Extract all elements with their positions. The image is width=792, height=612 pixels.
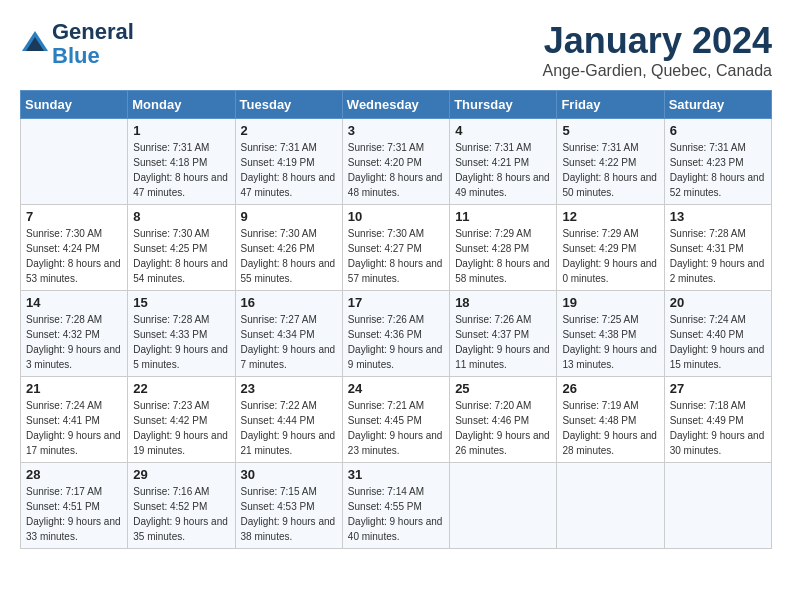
calendar-cell: 8Sunrise: 7:30 AMSunset: 4:25 PMDaylight… (128, 205, 235, 291)
calendar-cell (21, 119, 128, 205)
day-number: 14 (26, 295, 122, 310)
day-number: 6 (670, 123, 766, 138)
calendar-table: SundayMondayTuesdayWednesdayThursdayFrid… (20, 90, 772, 549)
header-cell-saturday: Saturday (664, 91, 771, 119)
calendar-cell: 9Sunrise: 7:30 AMSunset: 4:26 PMDaylight… (235, 205, 342, 291)
title-area: January 2024 Ange-Gardien, Quebec, Canad… (543, 20, 772, 80)
calendar-cell: 7Sunrise: 7:30 AMSunset: 4:24 PMDaylight… (21, 205, 128, 291)
cell-content: Sunrise: 7:20 AMSunset: 4:46 PMDaylight:… (455, 398, 551, 458)
day-number: 19 (562, 295, 658, 310)
calendar-cell: 29Sunrise: 7:16 AMSunset: 4:52 PMDayligh… (128, 463, 235, 549)
cell-content: Sunrise: 7:17 AMSunset: 4:51 PMDaylight:… (26, 484, 122, 544)
calendar-cell: 28Sunrise: 7:17 AMSunset: 4:51 PMDayligh… (21, 463, 128, 549)
calendar-body: 1Sunrise: 7:31 AMSunset: 4:18 PMDaylight… (21, 119, 772, 549)
cell-content: Sunrise: 7:30 AMSunset: 4:26 PMDaylight:… (241, 226, 337, 286)
header-cell-sunday: Sunday (21, 91, 128, 119)
calendar-cell: 18Sunrise: 7:26 AMSunset: 4:37 PMDayligh… (450, 291, 557, 377)
day-number: 28 (26, 467, 122, 482)
day-number: 30 (241, 467, 337, 482)
day-number: 31 (348, 467, 444, 482)
cell-content: Sunrise: 7:28 AMSunset: 4:33 PMDaylight:… (133, 312, 229, 372)
day-number: 26 (562, 381, 658, 396)
day-number: 9 (241, 209, 337, 224)
cell-content: Sunrise: 7:30 AMSunset: 4:24 PMDaylight:… (26, 226, 122, 286)
cell-content: Sunrise: 7:28 AMSunset: 4:31 PMDaylight:… (670, 226, 766, 286)
day-number: 16 (241, 295, 337, 310)
calendar-cell: 21Sunrise: 7:24 AMSunset: 4:41 PMDayligh… (21, 377, 128, 463)
cell-content: Sunrise: 7:23 AMSunset: 4:42 PMDaylight:… (133, 398, 229, 458)
calendar-cell: 15Sunrise: 7:28 AMSunset: 4:33 PMDayligh… (128, 291, 235, 377)
cell-content: Sunrise: 7:26 AMSunset: 4:37 PMDaylight:… (455, 312, 551, 372)
calendar-cell (450, 463, 557, 549)
logo-icon (20, 29, 50, 59)
cell-content: Sunrise: 7:28 AMSunset: 4:32 PMDaylight:… (26, 312, 122, 372)
calendar-cell: 23Sunrise: 7:22 AMSunset: 4:44 PMDayligh… (235, 377, 342, 463)
day-number: 17 (348, 295, 444, 310)
cell-content: Sunrise: 7:27 AMSunset: 4:34 PMDaylight:… (241, 312, 337, 372)
day-number: 11 (455, 209, 551, 224)
calendar-cell: 26Sunrise: 7:19 AMSunset: 4:48 PMDayligh… (557, 377, 664, 463)
header-cell-thursday: Thursday (450, 91, 557, 119)
day-number: 3 (348, 123, 444, 138)
calendar-cell: 13Sunrise: 7:28 AMSunset: 4:31 PMDayligh… (664, 205, 771, 291)
calendar-cell: 3Sunrise: 7:31 AMSunset: 4:20 PMDaylight… (342, 119, 449, 205)
header: GeneralBlue January 2024 Ange-Gardien, Q… (20, 20, 772, 80)
calendar-cell: 25Sunrise: 7:20 AMSunset: 4:46 PMDayligh… (450, 377, 557, 463)
calendar-cell: 19Sunrise: 7:25 AMSunset: 4:38 PMDayligh… (557, 291, 664, 377)
calendar-cell (557, 463, 664, 549)
calendar-cell: 20Sunrise: 7:24 AMSunset: 4:40 PMDayligh… (664, 291, 771, 377)
cell-content: Sunrise: 7:30 AMSunset: 4:25 PMDaylight:… (133, 226, 229, 286)
calendar-cell: 11Sunrise: 7:29 AMSunset: 4:28 PMDayligh… (450, 205, 557, 291)
day-number: 10 (348, 209, 444, 224)
calendar-cell: 5Sunrise: 7:31 AMSunset: 4:22 PMDaylight… (557, 119, 664, 205)
calendar-cell: 10Sunrise: 7:30 AMSunset: 4:27 PMDayligh… (342, 205, 449, 291)
calendar-cell: 14Sunrise: 7:28 AMSunset: 4:32 PMDayligh… (21, 291, 128, 377)
calendar-cell: 27Sunrise: 7:18 AMSunset: 4:49 PMDayligh… (664, 377, 771, 463)
calendar-header: SundayMondayTuesdayWednesdayThursdayFrid… (21, 91, 772, 119)
day-number: 24 (348, 381, 444, 396)
day-number: 25 (455, 381, 551, 396)
logo-text: GeneralBlue (52, 20, 134, 68)
cell-content: Sunrise: 7:31 AMSunset: 4:20 PMDaylight:… (348, 140, 444, 200)
day-number: 13 (670, 209, 766, 224)
location-title: Ange-Gardien, Quebec, Canada (543, 62, 772, 80)
day-number: 23 (241, 381, 337, 396)
header-cell-friday: Friday (557, 91, 664, 119)
cell-content: Sunrise: 7:21 AMSunset: 4:45 PMDaylight:… (348, 398, 444, 458)
logo: GeneralBlue (20, 20, 134, 68)
calendar-cell: 30Sunrise: 7:15 AMSunset: 4:53 PMDayligh… (235, 463, 342, 549)
cell-content: Sunrise: 7:29 AMSunset: 4:28 PMDaylight:… (455, 226, 551, 286)
month-title: January 2024 (543, 20, 772, 62)
calendar-cell: 4Sunrise: 7:31 AMSunset: 4:21 PMDaylight… (450, 119, 557, 205)
cell-content: Sunrise: 7:29 AMSunset: 4:29 PMDaylight:… (562, 226, 658, 286)
cell-content: Sunrise: 7:25 AMSunset: 4:38 PMDaylight:… (562, 312, 658, 372)
cell-content: Sunrise: 7:22 AMSunset: 4:44 PMDaylight:… (241, 398, 337, 458)
day-number: 27 (670, 381, 766, 396)
day-number: 21 (26, 381, 122, 396)
day-number: 29 (133, 467, 229, 482)
cell-content: Sunrise: 7:31 AMSunset: 4:22 PMDaylight:… (562, 140, 658, 200)
calendar-cell: 12Sunrise: 7:29 AMSunset: 4:29 PMDayligh… (557, 205, 664, 291)
cell-content: Sunrise: 7:18 AMSunset: 4:49 PMDaylight:… (670, 398, 766, 458)
calendar-cell: 31Sunrise: 7:14 AMSunset: 4:55 PMDayligh… (342, 463, 449, 549)
cell-content: Sunrise: 7:24 AMSunset: 4:41 PMDaylight:… (26, 398, 122, 458)
calendar-cell: 17Sunrise: 7:26 AMSunset: 4:36 PMDayligh… (342, 291, 449, 377)
day-number: 12 (562, 209, 658, 224)
day-number: 15 (133, 295, 229, 310)
day-number: 20 (670, 295, 766, 310)
header-cell-monday: Monday (128, 91, 235, 119)
calendar-cell (664, 463, 771, 549)
day-number: 8 (133, 209, 229, 224)
calendar-cell: 16Sunrise: 7:27 AMSunset: 4:34 PMDayligh… (235, 291, 342, 377)
day-number: 2 (241, 123, 337, 138)
cell-content: Sunrise: 7:15 AMSunset: 4:53 PMDaylight:… (241, 484, 337, 544)
cell-content: Sunrise: 7:31 AMSunset: 4:23 PMDaylight:… (670, 140, 766, 200)
day-number: 5 (562, 123, 658, 138)
day-number: 1 (133, 123, 229, 138)
calendar-cell: 1Sunrise: 7:31 AMSunset: 4:18 PMDaylight… (128, 119, 235, 205)
day-number: 22 (133, 381, 229, 396)
cell-content: Sunrise: 7:31 AMSunset: 4:18 PMDaylight:… (133, 140, 229, 200)
header-cell-tuesday: Tuesday (235, 91, 342, 119)
cell-content: Sunrise: 7:26 AMSunset: 4:36 PMDaylight:… (348, 312, 444, 372)
cell-content: Sunrise: 7:31 AMSunset: 4:21 PMDaylight:… (455, 140, 551, 200)
